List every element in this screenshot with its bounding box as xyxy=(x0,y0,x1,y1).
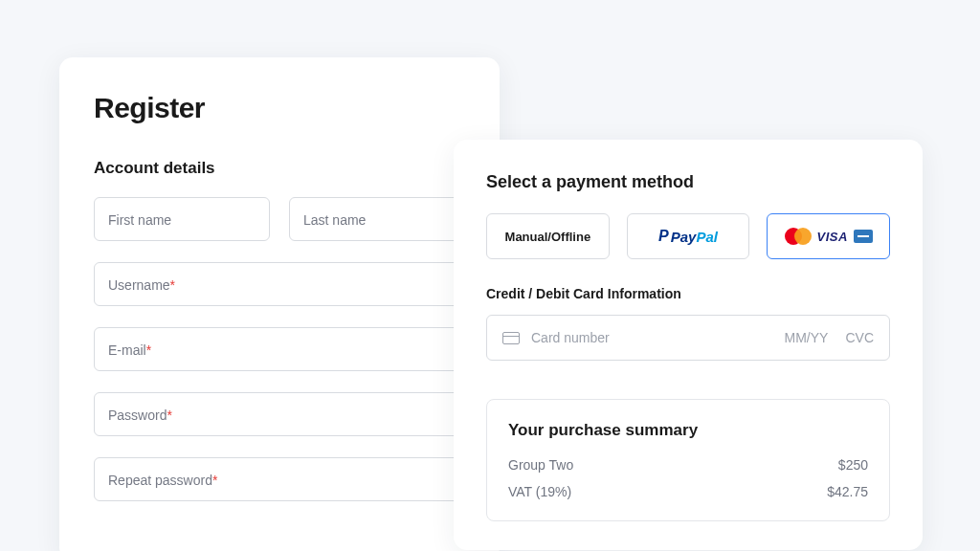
summary-row: VAT (19%) $42.75 xyxy=(508,484,868,499)
last-name-placeholder: Last name xyxy=(303,212,366,228)
summary-line-amount: $42.75 xyxy=(827,484,868,499)
account-details-heading: Account details xyxy=(94,159,465,178)
first-name-placeholder: First name xyxy=(108,212,171,228)
summary-line-label: Group Two xyxy=(508,457,573,473)
repeat-password-placeholder: Repeat password xyxy=(108,473,212,488)
password-placeholder: Password xyxy=(108,408,167,423)
card-number-field[interactable]: Card number MM/YY CVC xyxy=(486,315,890,361)
payment-method-manual[interactable]: Manual/Offline xyxy=(486,213,610,259)
purchase-summary-title: Your purchase summary xyxy=(508,421,868,440)
purchase-summary-box: Your purchase summary Group Two $250 VAT… xyxy=(486,399,890,521)
card-brand-icons: VISA xyxy=(785,228,873,245)
last-name-field[interactable]: Last name xyxy=(289,197,465,241)
email-placeholder: E-mail xyxy=(108,342,146,358)
payment-method-card[interactable]: VISA xyxy=(767,213,890,259)
required-mark: * xyxy=(170,277,175,293)
summary-row: Group Two $250 xyxy=(508,457,868,473)
email-field[interactable]: E-mail* xyxy=(94,327,465,371)
summary-line-label: VAT (19%) xyxy=(508,484,571,499)
first-name-field[interactable]: First name xyxy=(94,197,270,241)
mastercard-icon xyxy=(785,228,812,245)
payment-methods-row: Manual/Offline P PayPal VISA xyxy=(486,213,890,259)
username-field[interactable]: Username* xyxy=(94,262,465,306)
card-cvc-placeholder: CVC xyxy=(845,330,874,345)
amex-icon xyxy=(854,230,873,243)
credit-card-icon xyxy=(502,332,520,344)
username-placeholder: Username xyxy=(108,277,170,293)
required-mark: * xyxy=(167,408,171,423)
repeat-password-field[interactable]: Repeat password* xyxy=(94,457,465,501)
register-card: Register Account details First name Last… xyxy=(59,57,500,551)
required-mark: * xyxy=(146,342,151,358)
card-info-heading: Credit / Debit Card Information xyxy=(486,286,890,301)
password-field[interactable]: Password* xyxy=(94,392,465,436)
register-title: Register xyxy=(94,92,465,124)
payment-card: Select a payment method Manual/Offline P… xyxy=(454,140,923,550)
payment-method-paypal[interactable]: P PayPal xyxy=(627,213,750,259)
summary-line-amount: $250 xyxy=(838,457,868,473)
required-mark: * xyxy=(212,473,217,488)
card-number-placeholder: Card number xyxy=(531,330,773,345)
visa-icon: VISA xyxy=(817,230,848,244)
paypal-icon: P PayPal xyxy=(658,228,718,245)
payment-method-manual-label: Manual/Offline xyxy=(505,230,591,244)
payment-heading: Select a payment method xyxy=(486,172,890,192)
card-expiry-placeholder: MM/YY xyxy=(785,330,829,345)
